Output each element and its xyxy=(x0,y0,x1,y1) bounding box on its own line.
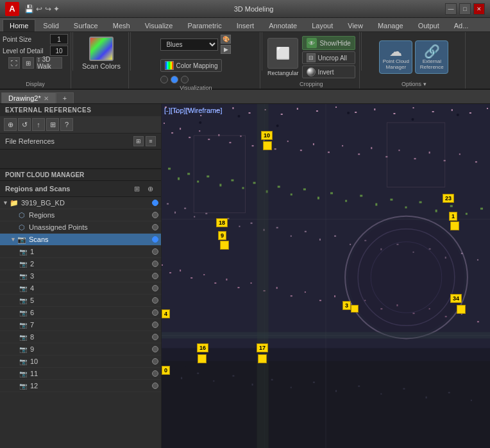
svg-rect-163 xyxy=(271,379,273,381)
ext-ref-help-btn[interactable]: ? xyxy=(60,118,73,131)
tab-home[interactable]: Home xyxy=(3,19,35,31)
rectangular-button[interactable]: ⬜ xyxy=(267,38,298,69)
ext-ref-upload-btn[interactable]: ↑ xyxy=(32,118,45,131)
svg-rect-36 xyxy=(232,107,233,109)
marker-34[interactable]: 34 xyxy=(450,294,462,303)
point-cloud-manager-button[interactable]: ☁ Point CloudManager xyxy=(379,40,412,74)
tab-insert[interactable]: Insert xyxy=(230,19,262,31)
separator-1 xyxy=(72,32,73,71)
pcm-header: POINT CLOUD MANAGER xyxy=(0,169,161,181)
maximize-button[interactable]: □ xyxy=(459,3,471,15)
marker-4-label[interactable]: 4 xyxy=(162,309,170,318)
doc-tab-new[interactable]: + xyxy=(56,92,74,103)
tree-arrow-scans: ▼ xyxy=(10,236,17,243)
vis-palette-icon[interactable]: 🎨 xyxy=(221,35,231,44)
display-icon-2[interactable]: ⊞ xyxy=(22,57,34,69)
vis-radio-2[interactable] xyxy=(171,76,178,83)
tab-parametric[interactable]: Parametric xyxy=(180,19,228,31)
tree-container[interactable]: ▼ 📁 3919_BG_KD ⬡ Regions ⬡ xyxy=(0,197,161,448)
ext-ref-add-btn[interactable]: ⊕ xyxy=(4,118,17,131)
file-refs-grid-btn[interactable]: ⊞ xyxy=(133,136,144,146)
pcm-toolbar: ⊞ ⊕ xyxy=(131,183,156,194)
lod-input[interactable] xyxy=(50,46,68,56)
marker-10[interactable]: 10 xyxy=(261,131,273,140)
svg-rect-96 xyxy=(405,207,407,209)
close-button[interactable]: ✕ xyxy=(473,3,485,15)
vis-radio-1[interactable] xyxy=(160,76,168,83)
invert-button[interactable]: Invert xyxy=(302,65,355,78)
display-icon-3[interactable]: ↕ 3D Walk xyxy=(37,57,62,69)
tree-icon-regions: ⬡ xyxy=(17,211,27,220)
marker-17[interactable]: 17 xyxy=(257,343,268,352)
ribbon-tab-bar: Home Solid Surface Mesh Visualize Parame… xyxy=(0,18,490,32)
marker-23[interactable]: 23 xyxy=(443,194,454,203)
minimize-button[interactable]: — xyxy=(445,3,457,15)
tree-item-scans[interactable]: ▼ 📷 Scans xyxy=(0,234,161,246)
tab-surface[interactable]: Surface xyxy=(67,19,105,31)
color-mapping-button[interactable]: Color Mapping xyxy=(160,59,222,72)
marker-18[interactable]: 18 xyxy=(216,218,228,227)
tree-item-scan-2[interactable]: 📷 2 xyxy=(0,258,161,270)
doc-tab-drawing2-close[interactable]: ✕ xyxy=(44,95,49,102)
visualization-dropdown[interactable]: Blues Reds Greens xyxy=(160,39,218,51)
tree-item-scan-9[interactable]: 📷 9 xyxy=(0,343,161,356)
tab-solid[interactable]: Solid xyxy=(36,19,65,31)
pcm-icon-grid[interactable]: ⊞ xyxy=(131,183,142,194)
tree-item-scan-10[interactable]: 📷 10 xyxy=(0,356,161,368)
tree-label-scan-4: 4 xyxy=(30,284,152,292)
marker-3-label[interactable]: 3 xyxy=(342,301,351,310)
tree-item-scan-12[interactable]: 📷 12 xyxy=(0,380,161,392)
marker-9[interactable]: 9 xyxy=(218,231,226,240)
tree-icon-unassigned: ⬡ xyxy=(17,223,27,232)
tree-item-scan-8[interactable]: 📷 8 xyxy=(0,331,161,343)
svg-rect-49 xyxy=(469,112,471,114)
tree-item-root[interactable]: ▼ 📁 3919_BG_KD xyxy=(0,197,161,209)
tree-item-scan-6[interactable]: 📷 6 xyxy=(0,307,161,319)
invert-icon xyxy=(307,67,316,76)
marker-1[interactable]: 1 xyxy=(449,212,457,221)
vis-radio-3[interactable] xyxy=(181,76,189,83)
tab-output[interactable]: Output xyxy=(411,19,446,31)
file-refs-list-btn[interactable]: ≡ xyxy=(146,136,156,146)
doc-tab-drawing2[interactable]: Drawing2* ✕ xyxy=(1,92,56,103)
pcm-section: POINT CLOUD MANAGER Regions and Scans ⊞ … xyxy=(0,169,161,448)
tab-layout[interactable]: Layout xyxy=(305,19,340,31)
show-hide-button[interactable]: 👁 Show/Hide xyxy=(302,36,355,50)
svg-rect-69 xyxy=(371,147,372,149)
svg-rect-55 xyxy=(199,130,200,132)
external-reference-button[interactable]: 🔗 ExternalReference xyxy=(415,40,448,74)
tree-item-scan-4[interactable]: 📷 4 xyxy=(0,282,161,295)
marker-16[interactable]: 16 xyxy=(197,343,208,352)
tree-item-regions[interactable]: ⬡ Regions xyxy=(0,209,161,221)
viewport[interactable]: [-][Top][Wireframe] xyxy=(162,104,490,448)
file-refs-label: File References xyxy=(5,137,55,145)
svg-point-176 xyxy=(348,220,464,336)
tab-visualize[interactable]: Visualize xyxy=(138,19,180,31)
tree-item-scan-1[interactable]: 📷 1 xyxy=(0,246,161,258)
svg-rect-89 xyxy=(303,188,306,190)
svg-rect-85 xyxy=(253,182,256,184)
tree-item-scan-3[interactable]: 📷 3 xyxy=(0,270,161,282)
tree-item-scan-7[interactable]: 📷 7 xyxy=(0,319,161,331)
vis-small-icon[interactable]: ▶ xyxy=(221,45,231,54)
pcm-icon-add[interactable]: ⊕ xyxy=(144,183,156,194)
point-size-input[interactable] xyxy=(50,34,68,44)
tree-icon-root: 📁 xyxy=(9,198,19,207)
ext-ref-grid-btn[interactable]: ⊞ xyxy=(46,118,59,131)
display-icon-1[interactable]: ⛶ xyxy=(8,57,20,69)
tree-item-scan-11[interactable]: 📷 11 xyxy=(0,368,161,380)
tab-view[interactable]: View xyxy=(341,19,370,31)
svg-point-188 xyxy=(347,112,350,114)
scan-colors-button[interactable]: Scan Colors xyxy=(78,35,124,72)
tree-item-scan-5[interactable]: 📷 5 xyxy=(0,295,161,307)
tab-annotate[interactable]: Annotate xyxy=(262,19,304,31)
tab-manage[interactable]: Manage xyxy=(371,19,410,31)
marker-0[interactable]: 0 xyxy=(162,366,170,375)
tab-mesh[interactable]: Mesh xyxy=(106,19,137,31)
uncrop-button[interactable]: ⊟ Uncrop All xyxy=(302,51,355,64)
tree-item-unassigned[interactable]: ⬡ Unassigned Points xyxy=(0,221,161,234)
ext-ref-refresh-btn[interactable]: ↺ xyxy=(18,118,31,131)
svg-rect-68 xyxy=(358,153,360,155)
tab-add[interactable]: Ad... xyxy=(447,19,476,31)
quick-access: 💾 ↩ ↪ ✦ xyxy=(24,4,60,13)
